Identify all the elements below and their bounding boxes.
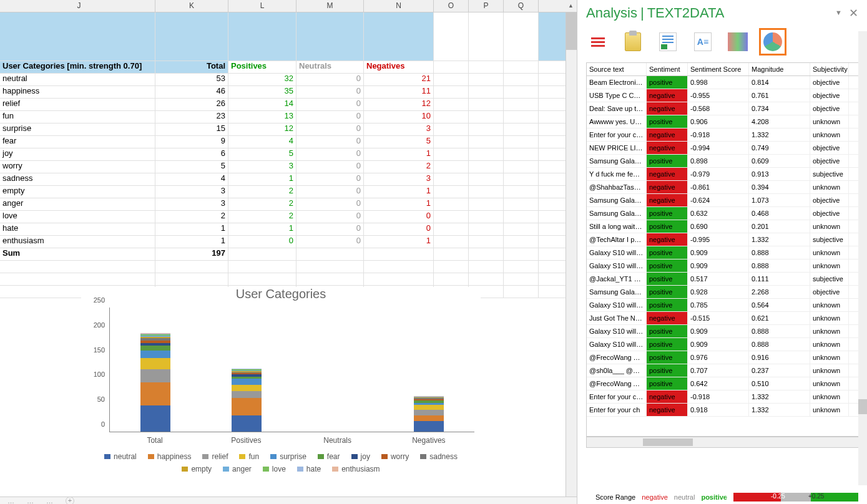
table-row[interactable]: worry5 30 2 [0,161,577,173]
col-header-m[interactable]: M [296,0,364,12]
analysis-row[interactable]: Y d fuck me feel l... negative -0.979 0.… [587,168,859,181]
chart-user-categories[interactable]: User Categories 050100150200250 TotalPos… [81,287,481,480]
menu-icon[interactable] [586,30,610,54]
table-row[interactable]: empty3 20 1 [0,186,577,198]
th-subjectivity[interactable]: Subjectivity [810,63,849,75]
chart-legend: neutralhappinessrelieffunsurprisefearjoy… [94,452,468,473]
clipboard-icon[interactable] [621,30,645,54]
legend-item: worry [381,452,409,461]
table-header-row[interactable]: User Categories [min. strength 0.70]Tota… [0,61,577,74]
analysis-row[interactable]: Samsung Galaxy ... positive 0.632 0.468 … [587,207,859,220]
analysis-row[interactable]: Galaxy S10 will b... positive 0.785 0.56… [587,299,859,312]
panel-title: Analysis|TEXT2DATA [586,5,725,21]
score-range-footer: Score Range negative neutral positive -1… [595,493,858,502]
wordcloud-icon[interactable] [726,30,750,54]
analysis-row[interactable]: Deal: Save up to ... negative -0.568 0.7… [587,102,859,115]
vertical-scrollbar[interactable] [566,12,577,497]
analysis-row[interactable]: Awwww yes. Up... positive 0.906 4.208 un… [587,115,859,128]
col-header-o[interactable]: O [434,0,469,12]
analysis-row[interactable]: USB Type C Cabl... negative -0.955 0.761… [587,89,859,102]
analysis-row[interactable]: Galaxy S10 will b... positive 0.909 0.88… [587,325,859,338]
table-row[interactable]: happiness46 350 11 [0,86,577,99]
spreadsheet-rows: User Categories [min. strength 0.70]Tota… [0,12,577,298]
analysis-row[interactable]: Enter for your ch... negative -0.918 1.3… [587,390,859,404]
chart-xlabel: Neutrals [292,436,383,445]
chart-plot: 050100150200250 [109,308,474,432]
selected-range[interactable] [0,12,577,61]
th-sentiment[interactable]: Sentiment [647,63,688,75]
analysis-row[interactable]: Galaxy S10 will b... positive 0.909 0.88… [587,338,859,351]
score-range-bar: -1 -0.25 +0.25 +1 [733,493,858,502]
analysis-row[interactable]: @sh0la___ @De... positive 0.707 0.237 un… [587,364,859,377]
empty-row[interactable] [0,273,577,286]
legend-item: fear [318,452,340,461]
empty-row[interactable] [0,261,577,273]
legend-item: anger [223,465,252,473]
analysis-row[interactable]: Samsung Galaxy ... positive 0.928 2.268 … [587,286,859,299]
chart-bar-Negatives [414,396,444,432]
analysis-row[interactable]: @Jackal_YT1 @... positive 0.517 0.111 su… [587,273,859,286]
table-row[interactable]: neutral53 320 21 [0,74,577,86]
table-row[interactable]: relief26 140 12 [0,99,577,111]
legend-item: relief [202,452,228,461]
table-row[interactable]: joy6 50 1 [0,148,577,161]
table-row[interactable]: hate1 10 0 [0,223,577,236]
table-row[interactable]: fear9 40 5 [0,136,577,148]
analysis-panel: Analysis|TEXT2DATA ▼ ✕ A≡ Source text Se… [577,0,867,504]
column-headers: J K L M N O P Q [0,0,577,12]
legend-item: neutral [104,452,137,461]
th-score[interactable]: Sentiment Score [688,63,749,75]
table-row[interactable]: sadness4 10 3 [0,173,577,186]
analysis-row[interactable]: Just Got The Ne... negative -0.515 0.621… [587,312,859,325]
table-row[interactable]: love2 20 0 [0,211,577,223]
analysis-row[interactable]: Samsung Galaxy ... positive 0.898 0.609 … [587,155,859,168]
legend-item: enthusiasm [332,465,380,473]
legend-item: hate [297,465,321,473]
analysis-row[interactable]: @FrecoWang Yo... positive 0.976 0.916 un… [587,351,859,364]
col-header-n[interactable]: N [364,0,434,12]
panel-close-icon[interactable]: ✕ [849,6,858,20]
analysis-row[interactable]: Still a long wait. h... positive 0.690 0… [587,220,859,233]
panel-vertical-scrollbar[interactable] [858,31,867,485]
chart-title: User Categories [81,287,481,301]
col-header-l[interactable]: L [228,0,296,12]
analysis-row[interactable]: Samsung Galaxy ... negative -0.624 1.073… [587,194,859,207]
add-sheet-button[interactable]: + [66,497,74,505]
analysis-table: Source text Sentiment Sentiment Score Ma… [586,62,860,437]
pie-chart-icon[interactable] [761,30,785,54]
analysis-row[interactable]: @ShahbazTasee... negative -0.861 0.394 u… [587,181,859,194]
sheet-tabs[interactable]: ……… + [0,497,577,504]
spreadsheet-area: J K L M N O P Q User Categories [min. st… [0,0,577,504]
table-row[interactable]: anger3 20 1 [0,198,577,211]
analysis-row[interactable]: Galaxy S10 will b... positive 0.909 0.88… [587,259,859,273]
col-header-j[interactable]: J [3,0,155,12]
table-row[interactable]: surprise15 120 3 [0,124,577,136]
analysis-row[interactable]: @TechAltar I peri... negative -0.995 1.3… [587,233,859,246]
chart-xlabel: Positives [200,436,291,445]
analysis-row[interactable]: Galaxy S10 will b... positive 0.909 0.88… [587,246,859,259]
document-icon[interactable]: A≡ [691,30,715,54]
panel-toolbar: A≡ [586,30,860,54]
analysis-row[interactable]: @FrecoWang An... positive 0.642 0.510 un… [587,377,859,390]
th-source[interactable]: Source text [587,63,647,75]
score-range-label: Score Range [595,493,635,501]
panel-menu-icon[interactable]: ▼ [835,9,842,16]
th-magnitude[interactable]: Magnitude [749,63,810,75]
legend-item: love [263,465,286,473]
col-header-q[interactable]: Q [504,0,539,12]
analysis-row[interactable]: NEW PRICE LIS... negative -0.994 0.749 o… [587,142,859,155]
excel-icon[interactable] [656,30,680,54]
table-row[interactable]: enthusiasm1 00 1 [0,236,577,248]
legend-item: fun [239,452,259,461]
col-header-k[interactable]: K [155,0,228,12]
col-header-p[interactable]: P [469,0,504,12]
analysis-row[interactable]: Enter for your ch negative 0.918 1.332 u… [587,404,859,417]
analysis-row[interactable]: Enter for your ch... negative -0.918 1.3… [587,128,859,142]
table-row[interactable]: fun23 130 10 [0,111,577,124]
table-sum-row[interactable]: Sum197 [0,248,577,261]
panel-horizontal-scrollbar[interactable] [586,437,860,448]
chart-bar-Total [140,333,170,432]
chart-bar-Positives [232,369,262,432]
analysis-row[interactable]: Beam Electronics... positive 0.998 0.814… [587,76,859,89]
chart-xlabel: Negatives [383,436,474,445]
